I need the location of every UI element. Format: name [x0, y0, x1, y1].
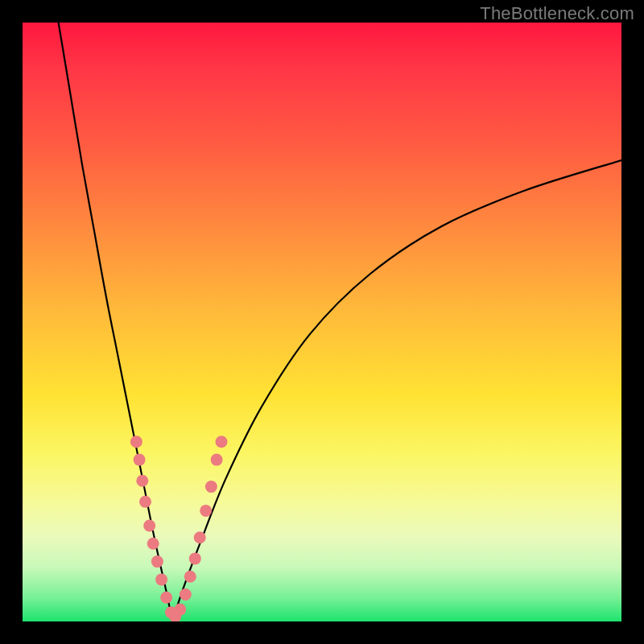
- data-points: [130, 436, 228, 621]
- data-point: [189, 552, 201, 564]
- data-point: [134, 454, 146, 466]
- data-point: [160, 592, 172, 604]
- curve-line: [59, 23, 621, 621]
- data-point: [180, 588, 192, 601]
- data-point: [216, 436, 228, 448]
- data-point: [147, 538, 159, 550]
- data-point: [143, 520, 155, 532]
- data-point: [174, 604, 186, 616]
- chart-frame: TheBottleneck.com: [0, 0, 644, 644]
- plot-area: [23, 23, 621, 621]
- data-point: [194, 531, 206, 543]
- data-point: [136, 475, 148, 487]
- watermark-text: TheBottleneck.com: [480, 3, 634, 24]
- data-point: [184, 571, 196, 583]
- data-point: [155, 573, 167, 585]
- bottleneck-curve: [23, 23, 621, 621]
- data-point: [139, 496, 151, 508]
- data-point: [205, 481, 217, 493]
- data-point: [151, 555, 163, 568]
- data-point: [211, 454, 223, 466]
- data-point: [130, 436, 142, 448]
- data-point: [200, 505, 212, 517]
